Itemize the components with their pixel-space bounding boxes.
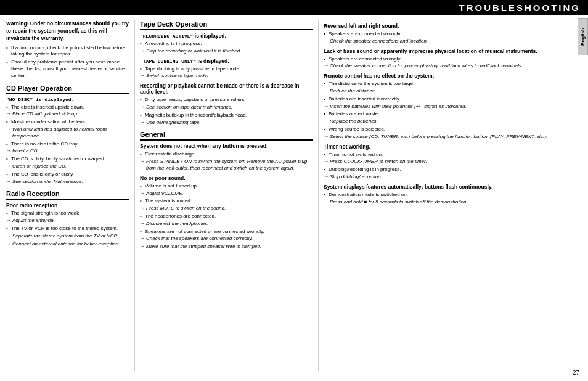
recording-decrease-list: Dirty tape heads, capstans or pressure r… [140, 97, 313, 126]
content-area: Warning! Under no circumstances should y… [0, 15, 588, 375]
radio-item-2: The TV or VCR is too close to the stereo… [6, 226, 129, 232]
cd-item-5: The CD lens is dirty or dusty [6, 171, 129, 178]
cd-item-4: The CD is dirty, badly scratched or warp… [6, 156, 129, 163]
recording-decrease-label: Recording or playback cannot be made or … [140, 83, 313, 95]
page-number: 27 [573, 369, 579, 376]
remote-arrow-4: Select the source (CD, TUNER, etc.) befo… [324, 134, 582, 141]
system-item-1: Demonstration mode is switched on. [324, 192, 582, 199]
middle-column: Tape Deck Operation "RECORDING ACTIVE" i… [134, 20, 313, 371]
remote-arrow-3: Replace the batteries. [324, 118, 582, 125]
lack-bass-label: Lack of bass sound or apparently impreci… [324, 48, 582, 54]
tape-arrow-1: Stop the recording or wait until it is f… [140, 48, 313, 55]
remote-item-2: Batteries are inserted incorrectly. [324, 96, 582, 103]
remote-item-1: The distance to the system is too large. [324, 81, 582, 88]
tape-dubbing-label: "TAPE DUBBING ONLY" is displayed. [140, 58, 313, 64]
cd-arrow-2: Wait until lens has adjusted to normal r… [6, 126, 129, 140]
remote-list: The distance to the system is too large.… [324, 81, 582, 140]
lack-bass-list: Speakers are connected wrongly. Check th… [324, 56, 582, 70]
no-sound-label: No or poor sound. [140, 175, 313, 181]
no-react-label: System does not react when any button is… [140, 143, 313, 149]
timer-arrow-1: Press CLOCK•TIMER to switch on the timer… [324, 158, 582, 165]
timer-list: Timer is not switched on. Press CLOCK•TI… [324, 152, 582, 181]
sound-arrow-5: Make sure that the stripped speaker wire… [140, 244, 313, 250]
sound-arrow-3: Disconnect the headphones. [140, 221, 313, 227]
cd-arrow-1: Place CD with printed side up. [6, 111, 129, 118]
tape-dubbing-list: Tape dubbing is only possible in tape mo… [140, 66, 313, 80]
general-item-1: Electrostatic discharge. [140, 151, 313, 158]
reversed-sound-label: Reversed left and right sound. [324, 23, 582, 29]
radio-section: Radio Reception Poor radio reception The… [6, 190, 129, 247]
warning-item-2: Should any problems persist after you ha… [6, 59, 129, 79]
sound-item-3: The headphones are connected. [140, 213, 313, 220]
timer-item-1: Timer is not switched on. [324, 152, 582, 158]
remote-arrow-2: Insert the batteries with their polariti… [324, 104, 582, 110]
sound-arrow-1: Adjust VOLUME. [140, 190, 313, 197]
sound-arrow-4: Check that the speakers are connected co… [140, 236, 313, 242]
warning-item-1: If a fault occurs, check the points list… [6, 45, 129, 59]
timer-not-working-label: Timer not working. [324, 144, 582, 150]
cd-no-disc-list: The disc is inserted upside down. Place … [6, 104, 129, 186]
remote-item-3: Batteries are exhausted. [324, 111, 582, 118]
general-arrow-1: Press STANDBY-ON to switch the system of… [140, 158, 313, 172]
timer-item-2: Dubbing/recording is in progress. [324, 166, 582, 173]
right-arrow-2: Check the speaker connection for proper … [324, 63, 582, 70]
timer-arrow-2: Stop dubbing/recording. [324, 174, 582, 181]
tape-arrow-2: Switch source to tape mode. [140, 73, 313, 80]
radio-arrow-3: Connect an external antenna for better r… [6, 241, 129, 248]
reversed-sound-list: Speakers are connected wrongly. Check th… [324, 31, 582, 45]
tape-deck-section: Tape Deck Operation "RECORDING ACTIVE" i… [140, 20, 313, 126]
left-column: Warning! Under no circumstances should y… [6, 20, 129, 371]
right-item-2: Speakers are connected wrongly. [324, 56, 582, 63]
radio-arrow-1: Adjust the antenna. [6, 218, 129, 224]
page: TROUBLESHOOTING English Warning! Under n… [0, 0, 588, 381]
page-title: TROUBLESHOOTING [459, 2, 581, 13]
cd-item-3: There is no disc in the CD tray. [6, 141, 129, 148]
cd-no-disc-label: "NO DISC" is displayed. [6, 97, 129, 102]
system-display-label: System displays features automatically; … [324, 184, 582, 190]
sound-item-4: Speakers are not connected or are connec… [140, 229, 313, 236]
remote-arrow-1: Reduce the distance. [324, 88, 582, 95]
cd-arrow-3: Insert a CD. [6, 148, 129, 155]
poor-radio-label: Poor radio reception [6, 202, 129, 208]
page-header: TROUBLESHOOTING [0, 0, 588, 15]
warning-section: Warning! Under no circumstances should y… [6, 20, 129, 80]
sound-item-1: Volume is not turned up. [140, 183, 313, 190]
cd-arrow-4: Clean or replace the CD. [6, 163, 129, 170]
tape-arrow-4: Use demagnetizing tape. [140, 120, 313, 126]
tape-deck-title: Tape Deck Operation [140, 20, 313, 30]
right-column: Reversed left and right sound. Speakers … [318, 20, 582, 371]
general-title: General [140, 131, 313, 141]
cd-item-1: The disc is inserted upside down. [6, 104, 129, 111]
tape-item-1: A recording is in progress. [140, 41, 313, 47]
no-react-list: Electrostatic discharge. Press STANDBY-O… [140, 151, 313, 171]
sound-arrow-2: Press MUTE to switch on the sound. [140, 205, 313, 212]
cd-arrow-5: See section under Maintenance. [6, 179, 129, 186]
tape-arrow-3: See section on tape deck maintenance. [140, 104, 313, 111]
cd-item-2: Moisture condensation at the lens. [6, 119, 129, 126]
radio-item-1: The signal strength is too weak. [6, 210, 129, 217]
no-sound-list: Volume is not turned up. Adjust VOLUME. … [140, 183, 313, 250]
cd-player-title: CD Player Operation [6, 84, 129, 94]
radio-list: The signal strength is too weak. Adjust … [6, 210, 129, 247]
tape-item-3: Dirty tape heads, capstans or pressure r… [140, 97, 313, 104]
right-arrow-1: Check the speaker connections and locati… [324, 38, 582, 45]
right-item-1: Speakers are connected wrongly. [324, 31, 582, 38]
recording-active-label: "RECORDING ACTIVE" is displayed. [140, 33, 313, 39]
recording-active-list: A recording is in progress. Stop the rec… [140, 41, 313, 55]
general-section: General System does not react when any b… [140, 131, 313, 250]
radio-arrow-2: Separate the stereo system from the TV o… [6, 233, 129, 240]
sound-item-2: The system is muted. [140, 198, 313, 205]
radio-title: Radio Reception [6, 190, 129, 200]
system-arrow-1: Press and hold ■ for 5 seconds to switch… [324, 199, 582, 206]
remote-no-effect-label: Remote control has no effect on the syst… [324, 73, 582, 79]
tape-item-4: Magnetic build-up in the record/playback… [140, 112, 313, 119]
cd-player-section: CD Player Operation "NO DISC" is display… [6, 84, 129, 186]
system-display-list: Demonstration mode is switched on. Press… [324, 192, 582, 206]
warning-title: Warning! Under no circumstances should y… [6, 20, 129, 43]
tape-item-2: Tape dubbing is only possible in tape mo… [140, 66, 313, 73]
warning-list: If a fault occurs, check the points list… [6, 45, 129, 80]
remote-item-4: Wrong source is selected. [324, 126, 582, 133]
